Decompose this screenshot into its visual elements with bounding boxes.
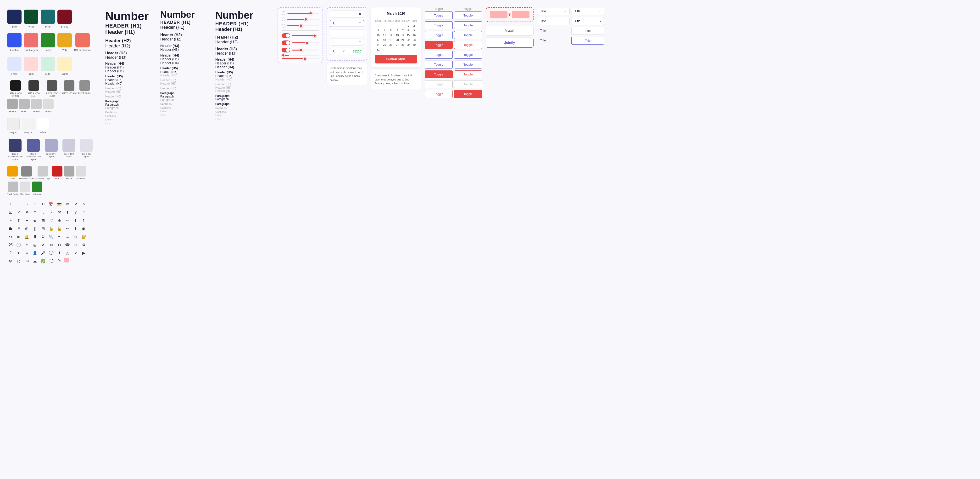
radio-2[interactable] — [282, 18, 285, 21]
toggle-btn-2-left[interactable]: Toggle — [425, 21, 453, 29]
cal-day[interactable]: 23 — [411, 38, 417, 42]
slider-row-2[interactable] — [282, 18, 319, 21]
calendar-next-button[interactable]: › — [412, 11, 417, 16]
range-right-input[interactable] — [512, 11, 530, 18]
cal-day[interactable]: 26 — [387, 42, 394, 47]
slider-row-3[interactable] — [282, 24, 319, 27]
slider-thumb-red[interactable] — [282, 54, 285, 57]
cal-day[interactable]: 28 — [400, 42, 405, 47]
toggle-btn-2-right[interactable]: Toggle — [454, 21, 482, 29]
cal-day[interactable] — [405, 47, 411, 52]
cal-day[interactable]: 1 — [405, 23, 411, 28]
cal-day[interactable]: 18 — [381, 38, 387, 42]
form-ctrl-3[interactable]: ⌃ — [330, 29, 364, 36]
slider-thumb-t3[interactable] — [299, 48, 303, 52]
toggle-btn-4-left[interactable]: Toggle — [425, 41, 453, 49]
toggle-btn-6-left[interactable]: Toggle — [425, 61, 453, 69]
cal-day[interactable] — [381, 23, 387, 28]
cal-day[interactable] — [400, 47, 405, 52]
title-dropdown-2[interactable]: Title ⌄ — [571, 7, 604, 15]
cal-day[interactable]: 4 — [381, 28, 387, 33]
cal-day[interactable] — [387, 47, 394, 52]
cal-day[interactable] — [375, 23, 381, 28]
slider-track-t3[interactable] — [292, 49, 319, 51]
myself-button[interactable]: Myself — [486, 26, 533, 36]
toggle-btn-8-right[interactable]: Toggle — [454, 80, 482, 88]
toggle-row-2[interactable] — [282, 40, 319, 45]
slider-thumb-t2[interactable] — [305, 41, 309, 45]
cal-day[interactable]: 5 — [387, 28, 394, 33]
toggle-btn-7-right[interactable]: Toggle — [454, 70, 482, 78]
toggle-btn-9-left[interactable]: Toggle — [425, 90, 453, 98]
slider-row-full2[interactable] — [282, 58, 319, 59]
form-ctrl-1-close[interactable]: ✕ — [359, 12, 361, 16]
cal-day[interactable]: 10 — [375, 33, 381, 38]
cal-day[interactable]: 13 — [394, 33, 401, 38]
cal-day[interactable] — [381, 47, 387, 52]
slider-thumb-1[interactable] — [309, 11, 312, 15]
title-dropdown-1[interactable]: Title ⌄ — [537, 7, 570, 15]
cal-day[interactable]: 27 — [394, 42, 401, 47]
cal-day[interactable] — [394, 47, 401, 52]
cal-day[interactable]: 15 — [405, 33, 411, 38]
slider-track-red[interactable] — [282, 55, 319, 56]
toggle-btn-1-left[interactable]: Toggle — [425, 11, 453, 19]
toggle-btn-5-right[interactable]: Toggle — [454, 51, 482, 59]
cal-day[interactable]: 7 — [400, 28, 405, 33]
cal-day[interactable]: 21 — [400, 38, 405, 42]
cal-day[interactable]: 24 — [375, 42, 381, 47]
cal-day[interactable]: 22 — [405, 38, 411, 42]
cal-day[interactable]: 6 — [394, 28, 401, 33]
toggle-btn-7-left[interactable]: Toggle — [425, 70, 453, 78]
slider-thumb-3[interactable] — [299, 24, 303, 27]
toggle-btn-3-right[interactable]: Toggle — [454, 31, 482, 39]
cal-day[interactable]: 3 — [375, 28, 381, 33]
toggle-btn-1-right[interactable]: Toggle — [454, 11, 482, 19]
form-ctrl-5-close[interactable]: ✕ — [342, 49, 345, 53]
cal-day[interactable]: 20 — [394, 38, 401, 42]
slider-track-2[interactable] — [287, 19, 319, 20]
form-ctrl-2-arrow[interactable]: ⌃ — [359, 22, 361, 25]
cal-day[interactable]: 14 — [400, 33, 405, 38]
cal-day[interactable] — [411, 47, 417, 52]
slider-thumb-t1[interactable] — [313, 34, 316, 37]
cal-day[interactable]: 12 — [387, 33, 394, 38]
jointly-button[interactable]: Jointly — [486, 38, 533, 48]
range-left-input[interactable] — [490, 11, 508, 18]
toggle-btn-5-left[interactable]: Toggle — [425, 51, 453, 59]
slider-thumb-full2[interactable] — [303, 57, 307, 61]
form-ctrl-3-arrow[interactable]: ⌃ — [359, 31, 361, 35]
toggle-2[interactable] — [282, 40, 290, 45]
title-box-2[interactable]: Title — [571, 37, 604, 45]
form-ctrl-5[interactable]: A ✕ £1200 — [330, 48, 364, 55]
calendar-action-button[interactable]: Button style — [375, 55, 417, 64]
toggle-btn-4-right[interactable]: Toggle — [454, 41, 482, 49]
form-ctrl-4[interactable]: 0 ⌃ — [330, 38, 364, 46]
form-ctrl-4-arrow[interactable]: ⌃ — [359, 40, 361, 44]
title-arrow-2[interactable]: Title › — [571, 17, 604, 25]
cal-day[interactable]: 16 — [411, 33, 417, 38]
cal-day[interactable]: 11 — [381, 33, 387, 38]
toggle-btn-8-left[interactable]: Toggle — [425, 80, 453, 88]
cal-day[interactable] — [400, 23, 405, 28]
calendar-prev-button[interactable]: ‹ — [375, 11, 379, 16]
form-ctrl-2[interactable]: A ⌃ — [330, 20, 364, 27]
slider-track-1[interactable] — [287, 13, 319, 14]
cal-day[interactable]: 2 — [411, 23, 417, 28]
toggle-1[interactable] — [282, 33, 290, 38]
slider-track-3[interactable] — [287, 25, 319, 26]
slider-row-red[interactable] — [282, 55, 319, 56]
toggle-btn-9-right[interactable]: Toggle — [454, 90, 482, 98]
toggle-btn-3-left[interactable]: Toggle — [425, 31, 453, 39]
slider-track-full2[interactable] — [282, 58, 319, 59]
cal-day[interactable]: 9 — [411, 28, 417, 33]
toggle-row-3[interactable] — [282, 48, 319, 53]
cal-day[interactable]: 31 — [375, 47, 381, 52]
cal-day[interactable]: 17 — [375, 38, 381, 42]
toggle-btn-6-right[interactable]: Toggle — [454, 61, 482, 69]
cal-day[interactable]: 29 — [405, 42, 411, 47]
title-arrow-1[interactable]: Title › — [537, 17, 570, 25]
cal-day[interactable] — [387, 23, 394, 28]
cal-day[interactable]: 8 — [405, 28, 411, 33]
cal-day[interactable]: 25 — [381, 42, 387, 47]
